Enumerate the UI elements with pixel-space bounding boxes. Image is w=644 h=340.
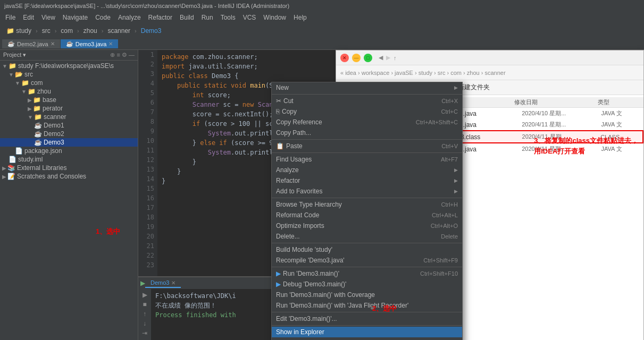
breadcrumb-scanner[interactable]: scanner [105, 26, 132, 36]
explorer-nav-up[interactable]: ↑ [394, 55, 397, 61]
tree-scanner[interactable]: ▼ 📁 scanner [0, 113, 138, 121]
tree-scratches-label: Scratches and Consoles [17, 173, 86, 180]
col-type[interactable]: 类型 [598, 98, 639, 106]
tree-arrow-base[interactable]: ▶ [28, 97, 32, 103]
menu-tools[interactable]: Tools [218, 13, 239, 22]
ctx-file-path[interactable]: File PathCtrl+Alt+F12 [272, 337, 462, 340]
menu-file[interactable]: File [2, 13, 19, 22]
tree-demo1[interactable]: ☕ Demo1 [0, 121, 138, 130]
explorer-nav-back[interactable]: ◀ [379, 54, 383, 61]
breadcrumb-demo3[interactable]: Demo3 [139, 26, 164, 36]
ctx-analyze-label: Analyze [276, 166, 299, 174]
menu-edit[interactable]: Edit [20, 13, 37, 22]
file-demo3-class-date: 2020/4/11 星期... [522, 133, 598, 141]
down-btn[interactable]: ↓ [140, 320, 149, 327]
explorer-nav-forward[interactable]: ▶ [386, 54, 390, 61]
tree-base[interactable]: ▶ 📁 base [0, 96, 138, 104]
tree-demo2[interactable]: ☕ Demo2 [0, 130, 138, 138]
tree-perator[interactable]: ▶ 📁 perator [0, 104, 138, 113]
win-min-btn[interactable]: — [352, 54, 361, 62]
tree-arrow-extlibs[interactable]: ▶ [2, 165, 6, 171]
tab-demo3[interactable]: ☕ Demo3.java ✕ [61, 39, 119, 48]
tab-demo2-label: Demo2.java [17, 41, 48, 47]
tree-scratches[interactable]: ▶ 📝 Scratches and Consoles [0, 172, 138, 181]
ctx-edit-main[interactable]: Edit 'Demo3.main()'... [272, 313, 462, 324]
breadcrumb-zhou[interactable]: zhou [81, 26, 99, 36]
tab-demo2[interactable]: ☕ Demo2.java ✕ [2, 39, 61, 48]
breadcrumb-com[interactable]: com [58, 26, 75, 36]
tree-src[interactable]: ▼ 📂 src [0, 70, 138, 79]
tab-demo2-close[interactable]: ✕ [51, 41, 55, 47]
menu-help[interactable]: Help [290, 13, 310, 22]
up-btn[interactable]: ↑ [140, 310, 149, 318]
col-date[interactable]: 修改日期 [514, 98, 598, 106]
ctx-debug[interactable]: ▶ Debug 'Demo3.main()' [272, 279, 462, 290]
menu-bar: File Edit View Navigate Code Analyze Ref… [0, 12, 644, 23]
project-panel-header: Project ▾ ⊕ ≡ ⚙ — [0, 50, 138, 61]
ctx-cut[interactable]: ✂ CutCtrl+X [272, 96, 462, 106]
tree-study-iml[interactable]: 📄 study.iml [0, 155, 138, 164]
tree-arrow-scratches[interactable]: ▶ [2, 174, 6, 180]
ctx-add-favorites[interactable]: Add to Favorites [272, 186, 462, 197]
ctx-build-module[interactable]: Build Module 'study' [272, 244, 462, 255]
ctx-reformat[interactable]: Reformat CodeCtrl+Alt+L [272, 210, 462, 220]
ctx-paste[interactable]: 📋 PasteCtrl+V [272, 141, 462, 151]
ctx-optimize-imports[interactable]: Optimize ImportsCtrl+Alt+O [272, 220, 462, 231]
win-max-btn[interactable]: □ [364, 54, 372, 62]
ctx-copy-reference-label: Copy Reference [276, 118, 322, 126]
ctx-delete[interactable]: Delete...Delete [272, 231, 462, 242]
ctx-find-usages-label: Find Usages [276, 156, 312, 163]
menu-analyze[interactable]: Analyze [115, 13, 144, 22]
menu-window[interactable]: Window [260, 13, 289, 22]
ctx-sep-5 [272, 243, 462, 243]
ctx-run-recorder[interactable]: Run 'Demo3.main()' with 'Java Flight Rec… [272, 300, 462, 311]
folder-icon-study: 📁 [9, 62, 16, 70]
bottom-tab-close[interactable]: ✕ [171, 280, 175, 286]
menu-navigate[interactable]: Navigate [60, 13, 91, 22]
tree-arrow-study[interactable]: ▼ [2, 63, 7, 69]
tree-external-libs[interactable]: ▶ 📚 External Libraries [0, 164, 138, 172]
tree-arrow-zhou[interactable]: ▼ [21, 89, 27, 95]
ctx-copy-shortcut: Ctrl+C [441, 108, 458, 115]
tree-arrow-scanner[interactable]: ▼ [28, 114, 33, 120]
menu-refactor[interactable]: Refactor [145, 13, 175, 22]
run-btn[interactable]: ▶ [140, 291, 149, 299]
bottom-tab-demo3[interactable]: Demo3 ✕ [145, 278, 181, 288]
tab-demo3-close[interactable]: ✕ [108, 41, 113, 47]
ctx-copy-path[interactable]: Copy Path... [272, 128, 462, 138]
ctx-copy-reference[interactable]: Copy ReferenceCtrl+Alt+Shift+C [272, 117, 462, 128]
menu-vcs[interactable]: VCS [240, 13, 260, 22]
win-close-btn[interactable]: ✕ [340, 54, 349, 62]
breadcrumb-src[interactable]: src [40, 26, 53, 36]
ctx-run-coverage[interactable]: Run 'Demo3.main()' with Coverage [272, 290, 462, 300]
menu-run[interactable]: Run [198, 13, 216, 22]
menu-view[interactable]: View [38, 13, 58, 22]
tree-com[interactable]: ▼ 📁 com [0, 79, 138, 87]
ctx-find-usages[interactable]: Find UsagesAlt+F7 [272, 154, 462, 165]
title-text: javaSE [F:\idea\workspace\javaSE] - ...\… [4, 3, 289, 9]
java-icon-demo2: ☕ [34, 130, 42, 138]
ctx-refactor[interactable]: Refactor [272, 175, 462, 186]
tree-arrow-src[interactable]: ▼ [9, 72, 14, 78]
ctx-copy[interactable]: ⎘ CopyCtrl+C [272, 106, 462, 117]
tree-study[interactable]: ▼ 📁 study F:\idea\workspace\javaSE\s [0, 62, 138, 70]
stop-btn[interactable]: ■ [140, 301, 149, 308]
tree-arrow-com[interactable]: ▼ [15, 80, 20, 86]
breadcrumb-study[interactable]: 📁 study [4, 26, 34, 36]
explorer-addr-bar: « idea › workspace › javaSE › study › sr… [336, 65, 643, 80]
tree-package-json[interactable]: 📄 package.json [0, 147, 138, 155]
menu-code[interactable]: Code [92, 13, 114, 22]
ctx-recompile[interactable]: Recompile 'Demo3.java'Ctrl+Shift+F9 [272, 255, 462, 266]
ctx-browse-hierarchy[interactable]: Browse Type HierarchyCtrl+H [272, 199, 462, 210]
ctx-refactor-label: Refactor [276, 177, 300, 184]
wrap-btn[interactable]: ⇥ [140, 329, 149, 337]
ctx-analyze[interactable]: Analyze [272, 165, 462, 175]
ctx-show-in-explorer[interactable]: Show in Explorer [272, 327, 462, 337]
ctx-run[interactable]: ▶ Run 'Demo3.main()'Ctrl+Shift+F10 [272, 268, 462, 279]
tree-arrow-perator[interactable]: ▶ [28, 106, 32, 112]
ctx-new[interactable]: New [272, 82, 462, 93]
tree-zhou[interactable]: ▼ 📁 zhou [0, 87, 138, 96]
menu-build[interactable]: Build [177, 13, 197, 22]
tree-demo3[interactable]: ☕ Demo3 [0, 138, 138, 147]
ctx-new-label: New [276, 84, 289, 91]
